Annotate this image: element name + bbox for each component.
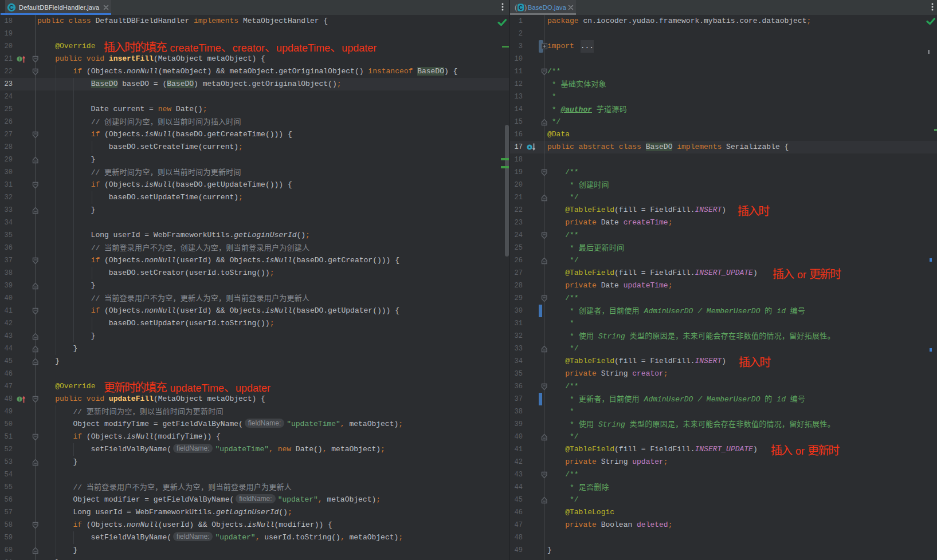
svg-text:C: C [9,4,14,11]
svg-text:C: C [519,5,523,11]
